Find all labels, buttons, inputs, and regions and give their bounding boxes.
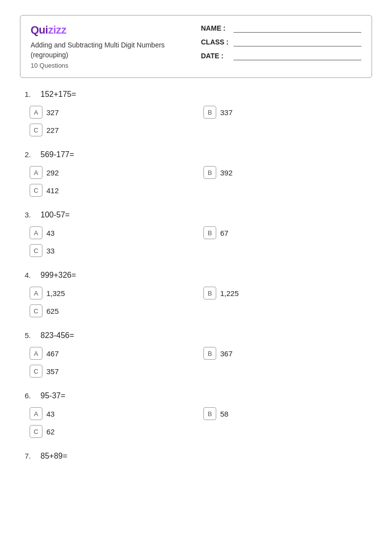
answers-grid: A 43 B 58 C 62 [25,407,367,438]
answer-value: 1,225 [220,289,239,298]
question-text: 3.100-57= [25,211,367,219]
answer-value: 337 [220,108,233,117]
answer-value: 292 [46,169,59,177]
answer-letter: C [30,425,42,438]
answer-option: A 43 [30,407,194,420]
question-block: 1.152+175= A 327 B 337 C 227 [25,90,367,136]
answer-value: 227 [46,126,59,134]
answer-option: C 625 [30,304,194,317]
question-num: 1. [25,90,37,98]
answer-letter: A [30,166,42,179]
answer-value: 357 [46,367,59,376]
question-block: 4.999+326= A 1,325 B 1,225 C 625 [25,271,367,317]
question-block: 2.569-177= A 292 B 392 C 412 [25,150,367,197]
answer-value: 367 [220,349,233,358]
answer-option: C 33 [30,244,194,257]
quizizz-logo: Quizizz [31,24,191,37]
answer-option: B 392 [203,166,367,179]
logo-text: Quizizz [31,24,66,36]
answer-option: C 412 [30,184,194,197]
answer-value: 67 [220,229,229,237]
answer-option: B 367 [203,347,367,360]
questions-section: 1.152+175= A 327 B 337 C 227 2.569-177= … [20,90,372,461]
question-num: 7. [25,452,37,460]
answer-value: 1,325 [46,289,65,298]
answer-value: 33 [46,247,55,255]
answer-letter: A [30,407,42,420]
header-box: Quizizz Adding and Subtracting Multi Dig… [20,15,372,78]
question-text: 2.569-177= [25,150,367,159]
answer-option: B 67 [203,226,367,239]
answer-option: C 62 [30,425,194,438]
answers-grid: A 43 B 67 C 33 [25,226,367,257]
answer-letter: B [203,407,216,420]
answer-letter: A [30,287,42,299]
answer-option: C 357 [30,365,194,378]
answer-letter: A [30,347,42,360]
answer-value: 62 [46,427,55,436]
date-label: DATE : [201,52,231,60]
quiz-count: 10 Questions [31,62,191,69]
answer-letter: A [30,226,42,239]
answer-value: 392 [220,169,233,177]
question-expression: 95-37= [40,391,65,400]
answer-letter: C [30,365,42,378]
answer-letter: C [30,124,42,136]
question-expression: 100-57= [40,211,70,219]
question-block: 5.823-456= A 467 B 367 C 357 [25,331,367,378]
answers-grid: A 1,325 B 1,225 C 625 [25,287,367,317]
answer-letter: C [30,304,42,317]
answer-letter: B [203,166,216,179]
question-expression: 152+175= [40,90,76,99]
question-expression: 569-177= [40,150,74,159]
answer-letter: B [203,226,216,239]
answer-letter: A [30,106,42,119]
question-expression: 85+89= [40,452,67,461]
class-field-row: CLASS : [201,38,361,46]
question-text: 5.823-456= [25,331,367,340]
answer-option: A 292 [30,166,194,179]
answer-letter: B [203,106,216,119]
answer-option: A 43 [30,226,194,239]
question-text: 4.999+326= [25,271,367,280]
answer-value: 43 [46,410,55,418]
name-label: NAME : [201,24,231,32]
name-field-row: NAME : [201,24,361,33]
question-text: 1.152+175= [25,90,367,99]
question-block: 3.100-57= A 43 B 67 C 33 [25,211,367,257]
answer-letter: B [203,287,216,299]
answer-letter: B [203,347,216,360]
answer-letter: C [30,244,42,257]
date-line [234,51,361,60]
question-text: 6.95-37= [25,391,367,400]
name-line [234,24,361,33]
question-block: 7.85+89= [25,452,367,461]
answer-option: B 58 [203,407,367,420]
answer-option: C 227 [30,124,194,136]
answer-option: B 337 [203,106,367,119]
answer-letter: C [30,184,42,197]
answers-grid: A 292 B 392 C 412 [25,166,367,197]
question-num: 4. [25,271,37,279]
date-field-row: DATE : [201,51,361,60]
answer-value: 412 [46,186,59,195]
answer-option: A 327 [30,106,194,119]
question-text: 7.85+89= [25,452,367,461]
answer-value: 467 [46,349,59,358]
answers-grid: A 467 B 367 C 357 [25,347,367,378]
answer-option: A 1,325 [30,287,194,299]
class-line [234,38,361,46]
answer-option: B 1,225 [203,287,367,299]
answer-value: 43 [46,229,55,237]
header-left: Quizizz Adding and Subtracting Multi Dig… [31,24,191,69]
question-block: 6.95-37= A 43 B 58 C 62 [25,391,367,438]
question-num: 6. [25,391,37,400]
answer-value: 327 [46,108,59,117]
quiz-title: Adding and Subtracting Multi Digit Numbe… [31,41,191,60]
question-num: 2. [25,150,37,159]
header-right: NAME : CLASS : DATE : [191,24,361,60]
answer-option: A 467 [30,347,194,360]
question-expression: 823-456= [40,331,74,340]
answer-value: 625 [46,307,59,315]
question-num: 3. [25,211,37,219]
